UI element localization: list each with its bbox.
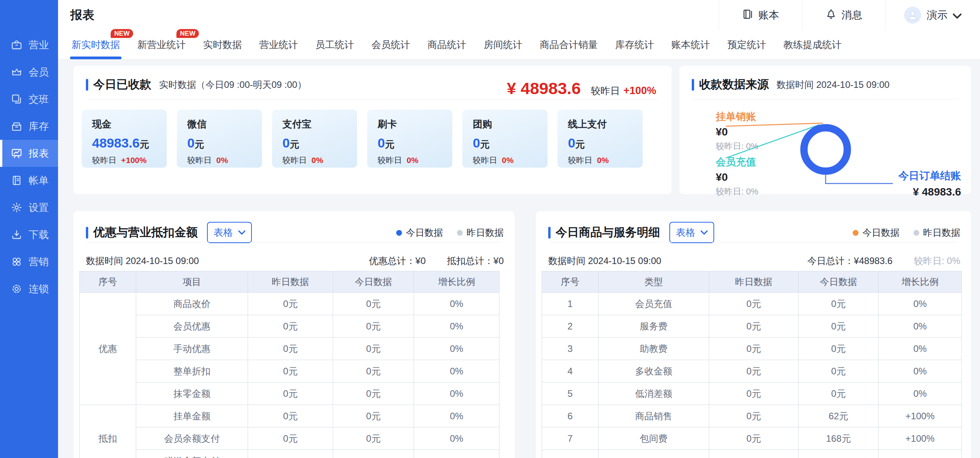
tab-5[interactable]: 员工统计 [315,30,354,59]
sidebar: 营业会员交班库存报表帐单设置下载营销连锁 [0,0,58,458]
tile-compare: 较昨日0% [473,155,547,166]
tile-compare-pct: 0% [502,156,513,165]
tab-label: 新实时数据 [72,38,120,51]
table-cell: 0% [879,315,962,338]
table-cell: 0元 [333,293,414,315]
sidebar-item-member[interactable]: 会员 [0,58,58,86]
tile-name: 支付宝 [282,118,357,130]
legend-dot-icon [913,230,919,236]
goods-table: 序号类型昨日数据今日数据增长比例1会员充值0元0元0%2服务费0元0元0%3助教… [542,271,962,458]
table-row: 3助教费0元0元0% [542,338,962,360]
divider [87,99,658,99]
table-cell [709,450,799,458]
table-header-row: 序号项目昨日数据今日数据增长比例 [80,271,499,293]
ledger-label: 账本 [758,8,779,22]
sidebar-item-shift[interactable]: 交班 [0,86,58,113]
slice-amount: ¥0 [716,171,758,184]
tab-2[interactable]: 新营业统计NEW [137,30,186,59]
table-cell: 商品改价 [136,293,248,315]
goods-view-select[interactable]: 表格 [669,222,714,243]
ledger-button[interactable]: 账本 [719,0,802,30]
table-cell: 5 [542,383,599,405]
sidebar-item-inventory[interactable]: 库存 [0,113,58,140]
sidebar-item-chain[interactable]: 连锁 [0,275,58,302]
tab-10[interactable]: 库存统计 [615,30,654,59]
legend-item[interactable]: 昨日数据 [457,226,504,239]
table-cell: 0% [414,383,499,405]
today-card-title: 今日已收款 [93,77,151,93]
legend-item[interactable]: 今日数据 [853,226,900,239]
topbar: 报表 账本 消息 演示 [58,0,980,30]
payment-tile: 支付宝0元较昨日0% [272,110,357,168]
sidebar-item-marketing[interactable]: 营销 [0,248,58,275]
title-accent-bar [86,79,88,91]
discount-view-select[interactable]: 表格 [207,222,252,243]
tile-compare: 较昨日0% [568,155,643,166]
tab-9[interactable]: 商品合计销量 [540,30,598,59]
sidebar-item-settings[interactable]: 设置 [0,194,58,221]
table-cell: 0% [879,293,962,315]
legend-label: 昨日数据 [923,226,960,239]
tile-name: 线上支付 [568,118,643,130]
tile-unit: 元 [480,139,489,149]
goods-card-title: 今日商品与服务明细 [556,225,660,240]
tab-label: 房间统计 [484,38,522,51]
tab-label: 商品合计销量 [540,38,598,51]
tab-label: 营业统计 [259,38,298,51]
tab-11[interactable]: 账本统计 [671,30,710,59]
today-total-amount: ¥ 48983.6 [507,79,581,98]
tab-label: 商品统计 [428,38,466,51]
sidebar-item-label: 会员 [29,65,49,79]
sidebar-item-report[interactable]: 报表 [0,140,58,167]
tile-compare-pct: 0% [311,156,323,165]
table-cell: 0元 [248,427,333,450]
sidebar-item-label: 帐单 [29,174,49,187]
table-cell: 会员优惠 [136,315,248,338]
table-cell: 1 [542,293,599,315]
goods-legend: 今日数据昨日数据 [853,226,960,239]
slice-compare: 较昨日: 0% [716,186,758,197]
message-button[interactable]: 消息 [802,0,885,30]
sidebar-item-download[interactable]: 下载 [0,221,58,248]
tile-value: 48983.6元 [92,136,167,151]
tab-label: 实时数据 [203,38,242,51]
tab-4[interactable]: 营业统计 [259,30,298,59]
sidebar-item-label: 营销 [29,255,49,269]
title-accent-bar [86,227,88,238]
tab-6[interactable]: 会员统计 [371,30,410,59]
tab-1[interactable]: 新实时数据NEW [72,30,120,59]
table-cell: 0元 [709,360,799,383]
tab-3[interactable]: 实时数据 [203,30,242,59]
table-cell: 多收金额 [599,360,709,383]
tab-7[interactable]: 商品统计 [428,30,466,59]
legend-item[interactable]: 今日数据 [396,226,443,239]
user-menu[interactable]: 演示 [885,0,980,30]
tile-value: 0元 [282,136,357,151]
table-header-cell: 序号 [80,271,136,293]
tile-compare: 较昨日0% [378,155,452,166]
table-cell: 赠送金额支付 [136,450,248,458]
legend-item[interactable]: 昨日数据 [913,226,960,239]
tab-12[interactable]: 预定统计 [727,30,766,59]
table-cell: 手动优惠 [136,338,248,360]
tab-13[interactable]: 教练提成统计 [783,30,841,59]
table-cell: 3 [542,338,599,360]
main-slice-amount: ¥ 48983.6 [898,186,961,198]
sidebar-item-bill[interactable]: 帐单 [0,167,58,194]
slice-amount: ¥0 [716,126,758,138]
today-received-card: 今日已收款 实时数据（今日09 :00-明天09 :00） ¥ 48983.6 … [74,66,672,194]
legend-dot-icon [457,230,463,236]
table-row: 2服务费0元0元0% [542,315,962,338]
table-cell: 168元 [799,427,879,450]
sidebar-item-business[interactable]: 营业 [0,31,58,58]
clover-icon [10,256,23,268]
tile-unit: 元 [385,139,394,149]
tab-label: 账本统计 [671,38,710,51]
table-row: 会员优惠0元0元0% [80,315,499,338]
tab-8[interactable]: 房间统计 [484,30,522,59]
tile-unit: 元 [290,139,299,149]
tile-name: 微信 [187,118,262,130]
tab-label: 预定统计 [727,38,766,51]
table-cell: 0元 [333,338,414,360]
payment-tile: 现金48983.6元较昨日+100% [82,110,167,168]
